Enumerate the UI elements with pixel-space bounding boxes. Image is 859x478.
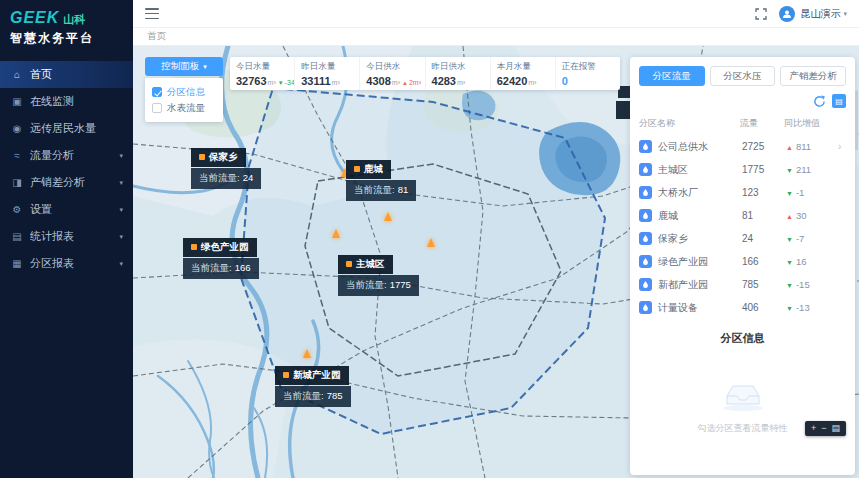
- tab-分区流量[interactable]: 分区流量: [639, 66, 705, 86]
- chevron-right-icon: [838, 141, 846, 152]
- col-flow: 流量: [740, 117, 784, 130]
- sidebar-item-label: 产销差分析: [30, 175, 119, 190]
- zone-table-row[interactable]: 保家乡 24 ▼-7: [639, 227, 846, 250]
- sidebar-item-label: 在线监测: [30, 94, 123, 109]
- stat-value: 32763: [236, 75, 267, 87]
- panel-grid-icon[interactable]: ▤: [832, 94, 846, 108]
- zone-panel: 分区流量分区水压产销差分析 ▤ 分区名称 流量 同比增值 公司总供水 2725 …: [630, 57, 855, 475]
- stat-unit: m³: [528, 79, 536, 86]
- map-marker-icon[interactable]: [427, 238, 435, 247]
- chevron-down-icon: [119, 179, 123, 187]
- stat-cell: 今日水量 32763 m³ ▼-343m³: [230, 57, 295, 90]
- sidebar-item-设置[interactable]: ⚙ 设置: [0, 196, 133, 223]
- zone-flow: 785: [742, 279, 786, 290]
- zone-report-icon: ▦: [10, 258, 24, 269]
- panel-actions: ▤: [639, 94, 846, 108]
- zone-panel-tabs: 分区流量分区水压产销差分析: [639, 66, 846, 86]
- tab-产销差分析[interactable]: 产销差分析: [780, 66, 846, 86]
- sidebar: GEEK 山科 智慧水务平台 ⌂ 首页 ▣ 在线监测 ◉ 远传居民水量 ≈ 流量…: [0, 0, 133, 478]
- tab-分区水压[interactable]: 分区水压: [710, 66, 776, 86]
- zone-name: 保家乡: [658, 232, 742, 246]
- brand-logo: GEEK 山科 智慧水务平台: [0, 0, 133, 55]
- zone-table-row[interactable]: 鹿城 81 ▲30: [639, 204, 846, 227]
- zone-name: 新都产业园: [658, 278, 742, 292]
- sidebar-item-流量分析[interactable]: ≈ 流量分析: [0, 142, 133, 169]
- sidebar-item-label: 统计报表: [30, 229, 119, 244]
- col-delta: 同比增值: [784, 117, 846, 130]
- layer-panel-button[interactable]: 控制面板: [145, 57, 223, 76]
- user-avatar[interactable]: [779, 6, 795, 22]
- zone-table-body: 公司总供水 2725 ▲811 主城区 1775 ▼211 大桥水厂 123 ▼…: [639, 135, 846, 319]
- scrollbar[interactable]: [855, 90, 858, 150]
- zone-table-row[interactable]: 计量设备 406 ▼-13: [639, 296, 846, 319]
- sidebar-item-在线监测[interactable]: ▣ 在线监测: [0, 88, 133, 115]
- map-marker-icon[interactable]: [332, 229, 340, 238]
- chevron-down-icon: [119, 260, 123, 268]
- fullscreen-icon[interactable]: [755, 8, 767, 20]
- sidebar-item-label: 远传居民水量: [30, 121, 123, 136]
- stat-cell: 今日供水 4308 m³ ▲2m³: [360, 57, 425, 90]
- stat-label: 正在报警: [562, 61, 614, 73]
- collapse-sidebar-icon[interactable]: [145, 8, 159, 19]
- sidebar-item-产销差分析[interactable]: ◨ 产销差分析: [0, 169, 133, 196]
- map-content: 今日水量 32763 m³ ▼-343m³ 昨日水量 33111 m³ 今日供水…: [133, 46, 859, 478]
- zoom-in-icon[interactable]: +: [811, 424, 816, 433]
- zone-table-row[interactable]: 主城区 1775 ▼211: [639, 158, 846, 181]
- refresh-icon[interactable]: [813, 95, 826, 108]
- zone-name: 主城区: [658, 163, 742, 177]
- stat-cell: 正在报警 0: [556, 57, 620, 90]
- map-marker-icon[interactable]: [303, 349, 311, 358]
- zone-flow: 123: [742, 187, 786, 198]
- map-marker-icon[interactable]: [341, 168, 349, 177]
- water-drop-icon: [639, 163, 652, 176]
- water-drop-icon: [639, 232, 652, 245]
- zone-flow: 166: [742, 256, 786, 267]
- layers-icon[interactable]: ▤: [832, 424, 841, 433]
- stat-cell: 昨日水量 33111 m³: [295, 57, 360, 90]
- zone-table-row[interactable]: 新都产业园 785 ▼-15: [639, 273, 846, 296]
- zone-delta: ▼-1: [786, 187, 838, 198]
- zone-detail-title: 分区信息: [639, 331, 846, 346]
- breadcrumb: 首页: [133, 28, 859, 46]
- app: GEEK 山科 智慧水务平台 ⌂ 首页 ▣ 在线监测 ◉ 远传居民水量 ≈ 流量…: [0, 0, 859, 478]
- chevron-down-icon: [843, 10, 847, 18]
- water-drop-icon: [639, 140, 652, 153]
- trend-arrow-icon: ▼: [786, 167, 793, 174]
- zone-name: 计量设备: [658, 301, 742, 315]
- map-marker-icon[interactable]: [384, 212, 392, 221]
- trend-arrow-icon: ▼: [786, 259, 793, 266]
- username[interactable]: 昆山演示: [800, 7, 840, 21]
- sidebar-item-分区报表[interactable]: ▦ 分区报表: [0, 250, 133, 277]
- topbar: 昆山演示: [133, 0, 859, 28]
- zone-table-row[interactable]: 绿色产业园 166 ▼16: [639, 250, 846, 273]
- zone-flow: 24: [742, 233, 786, 244]
- sidebar-item-统计报表[interactable]: ▤ 统计报表: [0, 223, 133, 250]
- breadcrumb-item-home[interactable]: 首页: [147, 30, 166, 43]
- stat-label: 今日供水: [366, 61, 418, 73]
- layer-option[interactable]: 水表流量: [152, 100, 216, 116]
- monitor-icon: ▣: [10, 96, 24, 107]
- trend-arrow-icon: ▲: [786, 213, 793, 220]
- stat-value: 0: [562, 75, 568, 87]
- stats-bar: 今日水量 32763 m³ ▼-343m³ 昨日水量 33111 m³ 今日供水…: [230, 57, 620, 90]
- water-drop-icon: [639, 186, 652, 199]
- water-drop-icon: [639, 255, 652, 268]
- checkbox-icon[interactable]: [152, 87, 162, 97]
- zone-table-row[interactable]: 大桥水厂 123 ▼-1: [639, 181, 846, 204]
- stat-cell: 本月水量 62420 m³: [491, 57, 556, 90]
- checkbox-icon[interactable]: [152, 103, 162, 113]
- sidebar-item-远传居民水量[interactable]: ◉ 远传居民水量: [0, 115, 133, 142]
- trend-arrow-icon: ▼: [786, 236, 793, 243]
- stat-label: 昨日水量: [301, 61, 353, 73]
- layer-option[interactable]: 分区信息: [152, 84, 216, 100]
- zone-table-row[interactable]: 公司总供水 2725 ▲811: [639, 135, 846, 158]
- settings-icon: ⚙: [10, 204, 24, 215]
- stat-value: 4308: [366, 75, 390, 87]
- sidebar-item-首页[interactable]: ⌂ 首页: [0, 61, 133, 88]
- chevron-down-icon: [119, 152, 123, 160]
- zoom-out-icon[interactable]: −: [821, 424, 826, 433]
- zone-delta: ▼-15: [786, 279, 838, 290]
- trend-arrow-icon: ▼: [786, 190, 793, 197]
- zone-detail-section: 分区信息 勾选分区查看流量特性: [639, 331, 846, 435]
- trend-arrow-icon: ▲: [786, 144, 793, 151]
